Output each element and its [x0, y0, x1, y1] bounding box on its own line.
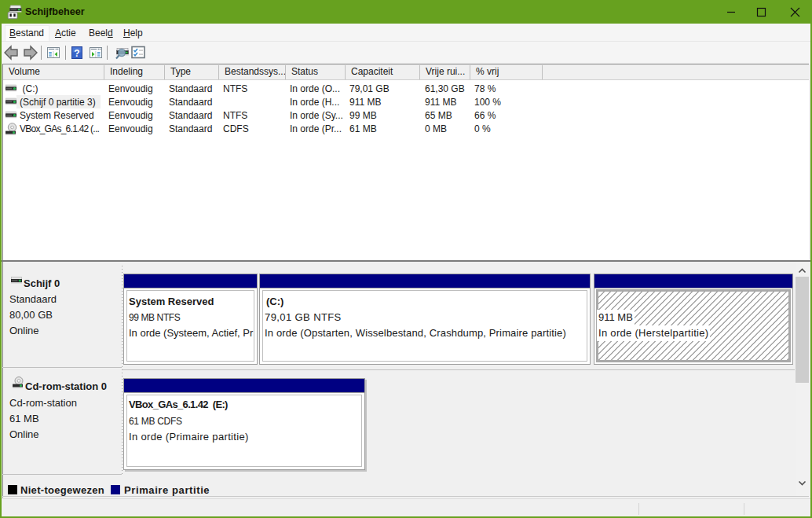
svg-text:?: ?	[74, 48, 79, 59]
